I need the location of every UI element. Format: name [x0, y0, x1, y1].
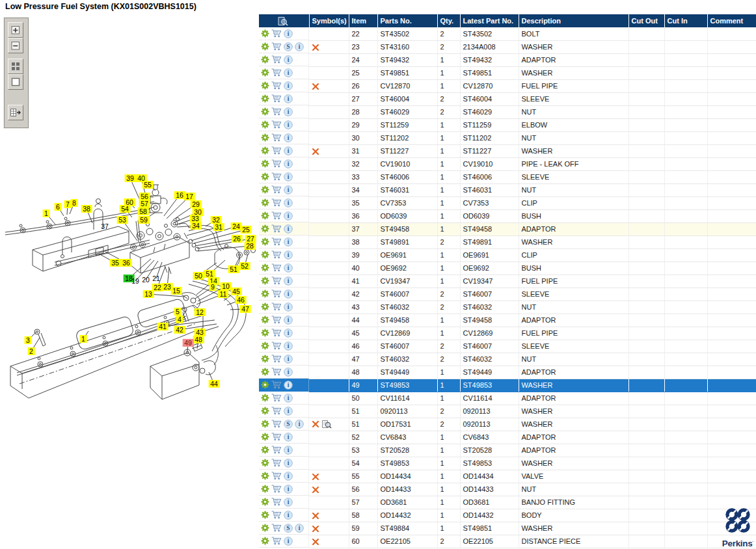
- gear-icon[interactable]: [261, 224, 269, 233]
- gear-icon[interactable]: [261, 120, 269, 129]
- table-row-item-37[interactable]: i37ST494581ST49458ADAPTOR: [259, 222, 756, 235]
- gear-icon[interactable]: [261, 524, 269, 532]
- table-row-item-48[interactable]: i48ST494491ST49449ADAPTOR: [259, 366, 756, 379]
- supersession-icon[interactable]: S: [284, 42, 293, 51]
- info-icon[interactable]: i: [284, 511, 293, 520]
- zoom-in-button[interactable]: [8, 22, 23, 38]
- diagram-label-39[interactable]: 39: [125, 174, 136, 182]
- info-icon[interactable]: i: [284, 368, 293, 377]
- diagram-label-9[interactable]: 9: [209, 283, 217, 291]
- diagram-label-38[interactable]: 38: [81, 205, 92, 213]
- zoom-out-button[interactable]: [8, 38, 23, 53]
- diagram-label-51[interactable]: 51: [204, 270, 215, 278]
- table-row-item-38[interactable]: i38ST498912ST49891WASHER: [259, 235, 756, 248]
- gear-icon[interactable]: [261, 107, 269, 116]
- info-icon[interactable]: i: [284, 55, 293, 64]
- info-icon[interactable]: i: [284, 211, 293, 221]
- table-row-item-51[interactable]: i51092011320920113WASHER: [259, 405, 756, 418]
- info-icon[interactable]: i: [284, 485, 293, 494]
- column-header-comment[interactable]: Comment: [707, 14, 756, 27]
- gear-icon[interactable]: [261, 263, 269, 272]
- cart-icon[interactable]: [271, 289, 282, 298]
- info-icon[interactable]: i: [295, 420, 304, 429]
- gear-icon[interactable]: [261, 381, 269, 389]
- info-icon[interactable]: i: [284, 355, 293, 364]
- info-icon[interactable]: i: [284, 250, 293, 260]
- info-icon[interactable]: i: [284, 276, 293, 286]
- diagram-label-1[interactable]: 1: [43, 209, 50, 217]
- info-icon[interactable]: i: [284, 433, 293, 442]
- cart-icon[interactable]: [271, 472, 282, 480]
- supersession-icon[interactable]: S: [284, 524, 293, 533]
- gear-icon[interactable]: [261, 146, 269, 155]
- gear-icon[interactable]: [261, 355, 269, 363]
- table-row-item-54[interactable]: i54ST498531ST49853WASHER: [259, 457, 756, 470]
- cart-icon[interactable]: [271, 315, 282, 324]
- table-row-item-27[interactable]: i27ST460042ST46004SLEEVE: [259, 92, 756, 105]
- cart-icon[interactable]: [271, 459, 282, 467]
- diagram-label-47[interactable]: 47: [240, 305, 251, 313]
- gear-icon[interactable]: [261, 341, 269, 350]
- table-row-item-35[interactable]: i35CV73531CV7353CLIP: [259, 196, 756, 209]
- table-row-item-51[interactable]: S i 51OD1753120920113WASHER: [259, 418, 756, 431]
- info-icon[interactable]: i: [284, 29, 293, 38]
- cart-icon[interactable]: [271, 42, 282, 51]
- cart-icon[interactable]: [271, 172, 282, 181]
- cart-icon[interactable]: [271, 433, 282, 441]
- info-icon[interactable]: i: [284, 537, 293, 546]
- diagram-label-21-plain[interactable]: 21: [152, 274, 160, 282]
- info-icon[interactable]: i: [284, 407, 293, 416]
- diagram-label-17[interactable]: 17: [184, 193, 195, 200]
- info-icon[interactable]: i: [284, 341, 293, 351]
- diagram-label-25[interactable]: 25: [241, 226, 252, 234]
- cart-icon[interactable]: [271, 81, 282, 90]
- cart-icon[interactable]: [271, 302, 282, 311]
- table-row-item-55[interactable]: i55OD144341OD14434VALVE: [259, 470, 756, 483]
- gear-icon[interactable]: [261, 172, 269, 181]
- diagram-label-20-plain[interactable]: 20: [142, 276, 150, 284]
- cart-icon[interactable]: [271, 537, 282, 545]
- gear-icon[interactable]: [261, 133, 269, 142]
- cart-icon[interactable]: [271, 276, 282, 285]
- cart-icon[interactable]: [271, 211, 282, 220]
- diagram-label-45[interactable]: 45: [231, 288, 242, 295]
- gear-icon[interactable]: [261, 42, 269, 51]
- diagram-label-26[interactable]: 26: [232, 235, 243, 243]
- diagram-label-50[interactable]: 50: [193, 272, 204, 280]
- diagram-label-5[interactable]: 5: [174, 308, 182, 315]
- cart-icon[interactable]: [271, 446, 282, 454]
- info-icon[interactable]: i: [284, 328, 293, 338]
- diagram-label-52[interactable]: 52: [239, 262, 250, 270]
- table-row-item-58[interactable]: i58OD144321OD14432BODY: [259, 509, 756, 522]
- cart-icon[interactable]: [271, 381, 282, 389]
- diagram-label-46[interactable]: 46: [236, 296, 247, 304]
- table-row-item-45[interactable]: i45CV128691CV12869FUEL PIPE: [259, 327, 756, 340]
- info-icon[interactable]: i: [284, 146, 293, 155]
- cart-icon[interactable]: [271, 420, 282, 428]
- diagram-label-58[interactable]: 58: [138, 208, 149, 215]
- info-icon[interactable]: i: [295, 524, 304, 533]
- cart-icon[interactable]: [271, 263, 282, 272]
- fit-view-button[interactable]: [8, 74, 23, 90]
- column-header-cut-out[interactable]: Cut Out: [628, 14, 664, 27]
- gear-icon[interactable]: [261, 29, 269, 38]
- column-header-preview[interactable]: [259, 14, 309, 27]
- gear-icon[interactable]: [261, 250, 269, 259]
- cart-icon[interactable]: [271, 250, 282, 259]
- gear-icon[interactable]: [261, 407, 269, 415]
- gear-icon[interactable]: [261, 433, 269, 441]
- table-row-item-56[interactable]: i56OD144331OD14433NUT: [259, 483, 756, 496]
- diagram-label-37-plain[interactable]: 37: [101, 222, 109, 230]
- cart-icon[interactable]: [271, 394, 282, 402]
- tile-view-button[interactable]: [8, 59, 23, 74]
- cart-icon[interactable]: [271, 94, 282, 103]
- table-row-item-26[interactable]: i26CV128701CV12870FUEL PIPE: [259, 79, 756, 92]
- cart-icon[interactable]: [271, 524, 282, 532]
- table-row-item-33[interactable]: i33ST460061ST46006SLEEVE: [259, 170, 756, 183]
- cart-icon[interactable]: [271, 146, 282, 155]
- column-header-item[interactable]: Item: [349, 14, 377, 27]
- cart-icon[interactable]: [271, 68, 282, 77]
- table-row-item-29[interactable]: i29ST112591ST11259ELBOW: [259, 118, 756, 131]
- info-icon[interactable]: i: [284, 107, 293, 116]
- diagram-label-34[interactable]: 34: [191, 222, 202, 230]
